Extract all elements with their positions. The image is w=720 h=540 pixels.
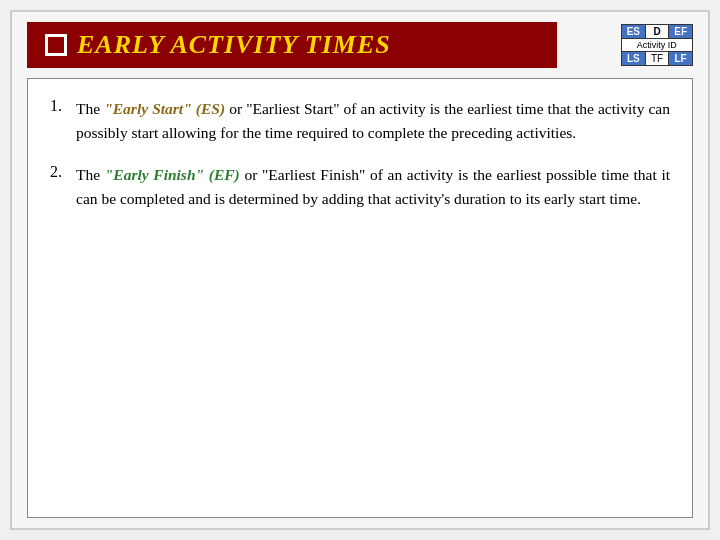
title-block: EARLY ACTIVITY TIMES xyxy=(27,22,557,68)
header-row: EARLY ACTIVITY TIMES ES D EF Activity ID… xyxy=(27,22,693,68)
early-finish-term: "Early Finish" (EF) xyxy=(105,166,240,183)
item-number-1: 1. xyxy=(50,97,68,115)
es-cell: ES xyxy=(621,25,645,39)
ls-cell: LS xyxy=(621,52,645,66)
activity-id-cell: Activity ID xyxy=(621,39,692,52)
slide: EARLY ACTIVITY TIMES ES D EF Activity ID… xyxy=(10,10,710,530)
ef-cell: EF xyxy=(669,25,693,39)
activity-id-table: ES D EF Activity ID LS TF LF xyxy=(621,24,693,66)
title-square-icon xyxy=(45,34,67,56)
early-start-term: "Early Start" (ES) xyxy=(104,100,225,117)
list-item: 2. The "Early Finish" (EF) or "Earliest … xyxy=(50,163,670,211)
item-number-2: 2. xyxy=(50,163,68,181)
item-body-2: The "Early Finish" (EF) or "Earliest Fin… xyxy=(76,163,670,211)
item-body-1: The "Early Start" (ES) or "Earliest Star… xyxy=(76,97,670,145)
list-item: 1. The "Early Start" (ES) or "Earliest S… xyxy=(50,97,670,145)
slide-title: EARLY ACTIVITY TIMES xyxy=(77,30,391,60)
tf-cell: TF xyxy=(646,52,669,66)
d-cell: D xyxy=(646,25,669,39)
content-box: 1. The "Early Start" (ES) or "Earliest S… xyxy=(27,78,693,518)
lf-cell: LF xyxy=(669,52,693,66)
